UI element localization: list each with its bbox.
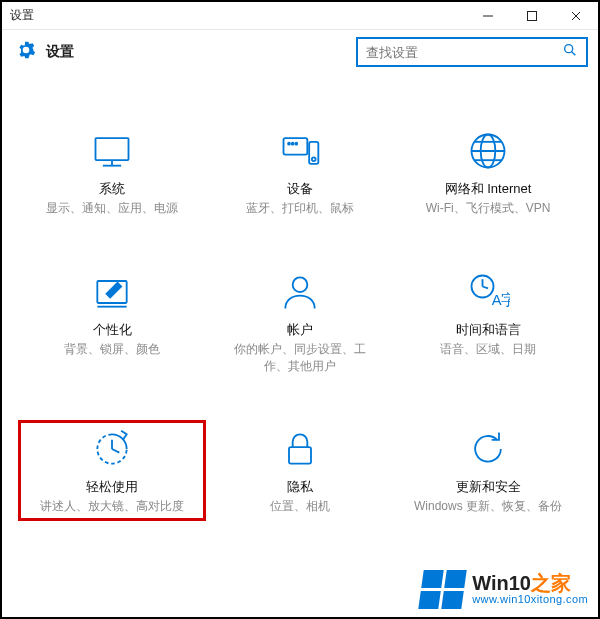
tile-desc: 位置、相机	[270, 498, 330, 515]
tile-desc: 显示、通知、应用、电源	[46, 200, 178, 217]
tile-title: 隐私	[287, 478, 313, 496]
tile-network[interactable]: 网络和 Internet Wi-Fi、飞行模式、VPN	[394, 122, 582, 223]
svg-line-28	[112, 449, 119, 453]
tile-ease-of-access[interactable]: 轻松使用 讲述人、放大镜、高对比度	[18, 420, 206, 521]
svg-rect-9	[284, 138, 308, 155]
tile-time-language[interactable]: A字 时间和语言 语音、区域、日期	[394, 263, 582, 381]
gear-icon	[16, 40, 36, 64]
tile-devices[interactable]: 设备 蓝牙、打印机、鼠标	[206, 122, 394, 223]
tile-title: 个性化	[93, 321, 132, 339]
tile-title: 时间和语言	[456, 321, 521, 339]
tile-privacy[interactable]: 隐私 位置、相机	[206, 420, 394, 521]
svg-text:A字: A字	[492, 292, 510, 308]
search-input[interactable]	[366, 45, 546, 60]
personalization-icon	[89, 269, 135, 315]
svg-rect-6	[96, 138, 129, 160]
tile-desc: 你的帐户、同步设置、工作、其他用户	[225, 341, 375, 375]
globe-icon	[465, 128, 511, 174]
header-left: 设置	[16, 40, 74, 64]
tile-system[interactable]: 系统 显示、通知、应用、电源	[18, 122, 206, 223]
svg-point-12	[295, 143, 297, 145]
tile-desc: Windows 更新、恢复、备份	[414, 498, 562, 515]
window-buttons	[466, 2, 598, 29]
svg-rect-1	[528, 11, 537, 20]
maximize-button[interactable]	[510, 2, 554, 29]
tile-update-security[interactable]: 更新和安全 Windows 更新、恢复、备份	[394, 420, 582, 521]
minimize-button[interactable]	[466, 2, 510, 29]
tile-desc: Wi-Fi、飞行模式、VPN	[426, 200, 551, 217]
tile-desc: 语音、区域、日期	[440, 341, 536, 358]
svg-rect-29	[289, 448, 311, 465]
header: 设置	[2, 30, 598, 74]
close-button[interactable]	[554, 2, 598, 29]
search-icon	[562, 42, 578, 62]
windows-logo-icon	[418, 570, 466, 609]
ease-of-access-icon	[89, 426, 135, 472]
watermark-text: Win10之家 www.win10xitong.com	[472, 573, 588, 606]
devices-icon	[277, 128, 323, 174]
svg-point-4	[565, 45, 573, 53]
tile-title: 帐户	[287, 321, 313, 339]
tile-title: 更新和安全	[456, 478, 521, 496]
watermark-brand-b: 之家	[531, 572, 571, 594]
tile-desc: 背景、锁屏、颜色	[64, 341, 160, 358]
search-box[interactable]	[356, 37, 588, 67]
svg-line-25	[483, 286, 489, 288]
page-title: 设置	[46, 43, 74, 61]
settings-grid: 系统 显示、通知、应用、电源 设备 蓝牙、打印机、鼠标 网络和 Internet…	[2, 74, 598, 521]
svg-point-22	[293, 277, 308, 292]
tile-title: 系统	[99, 180, 125, 198]
lock-icon	[277, 426, 323, 472]
window-title: 设置	[10, 7, 34, 24]
tile-title: 轻松使用	[86, 478, 138, 496]
update-icon	[465, 426, 511, 472]
watermark-brand-a: Win10	[472, 572, 531, 594]
settings-window: 设置 设置	[0, 0, 600, 619]
person-icon	[277, 269, 323, 315]
tile-personalization[interactable]: 个性化 背景、锁屏、颜色	[18, 263, 206, 381]
watermark-url: www.win10xitong.com	[472, 594, 588, 606]
tile-title: 网络和 Internet	[445, 180, 532, 198]
time-language-icon: A字	[465, 269, 511, 315]
svg-point-14	[312, 157, 316, 161]
tile-desc: 蓝牙、打印机、鼠标	[246, 200, 354, 217]
svg-point-11	[292, 143, 294, 145]
svg-line-5	[572, 52, 576, 56]
tile-accounts[interactable]: 帐户 你的帐户、同步设置、工作、其他用户	[206, 263, 394, 381]
svg-point-10	[288, 143, 290, 145]
tile-title: 设备	[287, 180, 313, 198]
system-icon	[89, 128, 135, 174]
watermark: Win10之家 www.win10xitong.com	[421, 570, 588, 609]
tile-desc: 讲述人、放大镜、高对比度	[40, 498, 184, 515]
window-titlebar: 设置	[2, 2, 598, 30]
